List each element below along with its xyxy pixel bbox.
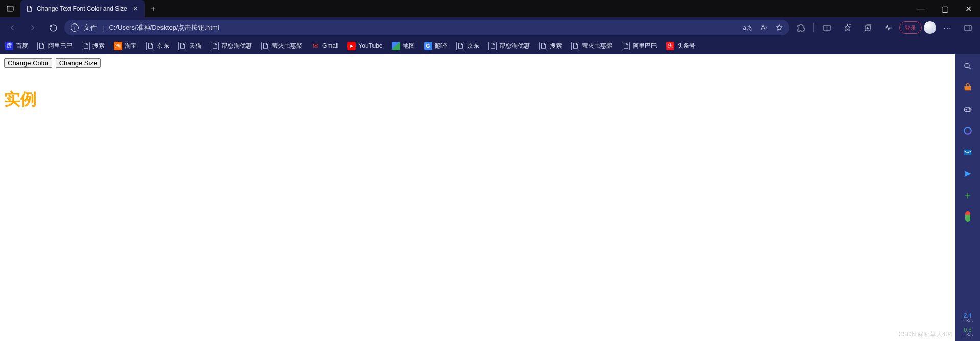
sidebar-outlook-icon[interactable]	[959, 143, 977, 161]
window-minimize-button[interactable]: —	[909, 0, 933, 17]
translate-icon: G	[424, 42, 432, 50]
nav-back-button[interactable]	[3, 19, 21, 36]
svg-line-12	[969, 67, 971, 69]
site-info-icon[interactable]: i	[71, 23, 79, 32]
doc-icon	[622, 42, 630, 50]
nav-refresh-button[interactable]	[44, 19, 62, 36]
svg-rect-9	[965, 25, 971, 30]
nav-forward-button[interactable]	[24, 19, 42, 36]
sidebar-shopping-icon[interactable]	[959, 79, 977, 97]
maps-icon	[392, 42, 400, 50]
change-size-button[interactable]: Change Size	[56, 58, 101, 68]
bookmark-item[interactable]: 帮您淘优惠	[211, 42, 252, 51]
login-label: 登录	[905, 24, 916, 32]
toutiao-icon: 头	[666, 42, 674, 50]
bookmark-item[interactable]: 阿里巴巴	[622, 42, 657, 51]
profile-avatar[interactable]	[924, 21, 936, 34]
window-close-button[interactable]: ✕	[956, 0, 980, 17]
bookmark-label: 搜索	[92, 42, 105, 51]
doc-icon	[456, 42, 464, 50]
bookmark-label: YouTube	[358, 42, 382, 50]
gmail-icon: ✉	[312, 42, 320, 50]
bookmark-item[interactable]: 京东	[146, 42, 169, 51]
tab-title: Change Text Font Color and Size	[37, 5, 127, 12]
bookmark-item[interactable]: 搜索	[82, 42, 105, 51]
bookmark-label: 萤火虫惠聚	[272, 42, 302, 51]
favorite-star-icon[interactable]	[775, 23, 783, 32]
sidebar-add-icon[interactable]: ＋	[959, 186, 977, 204]
doc-icon	[146, 42, 154, 50]
bookmark-item[interactable]: 地图	[392, 42, 415, 51]
bookmark-item[interactable]: G翻译	[424, 42, 447, 51]
favorites-button[interactable]	[838, 19, 856, 36]
bookmark-label: 淘宝	[125, 42, 137, 51]
sidebar-games-icon[interactable]	[959, 100, 977, 118]
more-menu-button[interactable]: ⋯	[938, 19, 956, 36]
bookmark-label: 阿里巴巴	[633, 42, 657, 51]
performance-button[interactable]	[879, 19, 897, 36]
bookmark-item[interactable]: 萤火虫惠聚	[261, 42, 302, 51]
svg-point-17	[970, 110, 971, 111]
address-bar[interactable]: i 文件 | C:/Users/准神/Desktop/点击按钮.html aあ	[64, 20, 789, 35]
bookmark-item[interactable]: 天猫	[178, 42, 201, 51]
collections-button[interactable]	[858, 19, 877, 36]
bookmark-label: 天猫	[189, 42, 201, 51]
bookmark-label: 搜索	[550, 42, 562, 51]
url-text: C:/Users/准神/Desktop/点击按钮.html	[109, 23, 738, 32]
doc-icon	[178, 42, 186, 50]
edge-sidebar: ＋ 2.4 ↑ K/s 0.3 ↓ K/s	[955, 54, 980, 341]
bookmark-item[interactable]: 阿里巴巴	[37, 42, 73, 51]
doc-icon	[539, 42, 547, 50]
login-button[interactable]: 登录	[899, 21, 922, 34]
sidebar-copilot-icon[interactable]	[959, 121, 977, 140]
watermark-text: CSDN @稻草人404	[898, 330, 952, 339]
bookmark-label: Gmail	[322, 42, 338, 50]
sidebar-search-icon[interactable]	[959, 57, 977, 76]
read-aloud-icon[interactable]	[760, 23, 768, 32]
tab-close-button[interactable]: ✕	[131, 5, 139, 13]
bookmark-item[interactable]: 度百度	[5, 42, 28, 51]
bookmark-label: 萤火虫惠聚	[582, 42, 613, 51]
titlebar: Change Text Font Color and Size ✕ ＋ — ▢ …	[0, 0, 980, 17]
svg-rect-0	[7, 6, 13, 11]
sidebar-toggle-button[interactable]	[959, 19, 977, 36]
youtube-icon: ▶	[347, 42, 356, 50]
bookmark-item[interactable]: ✉Gmail	[312, 42, 338, 50]
sidebar-pill-icon[interactable]	[959, 207, 977, 226]
bookmark-label: 帮您淘优惠	[221, 42, 252, 51]
change-color-button[interactable]: Change Color	[4, 58, 52, 68]
bookmark-item[interactable]: 萤火虫惠聚	[571, 42, 613, 51]
doc-icon	[82, 42, 90, 50]
browser-tab[interactable]: Change Text Font Color and Size ✕	[20, 0, 145, 17]
bookmark-item[interactable]: 淘淘宝	[114, 42, 137, 51]
bookmark-item[interactable]: ▶YouTube	[347, 42, 382, 50]
immersive-reader-icon[interactable]: aあ	[743, 23, 753, 32]
bookmark-label: 地图	[403, 42, 415, 51]
bookmark-item[interactable]: 帮您淘优惠	[488, 42, 530, 51]
doc-icon	[488, 42, 497, 50]
bookmark-item[interactable]: 搜索	[539, 42, 562, 51]
bookmark-item[interactable]: 京东	[456, 42, 479, 51]
bookmark-label: 头条号	[677, 42, 695, 51]
sidebar-send-icon[interactable]	[959, 164, 977, 183]
baidu-icon: 度	[5, 42, 13, 50]
toolbar-separator	[813, 23, 814, 32]
tab-actions-button[interactable]	[0, 0, 20, 17]
new-tab-button[interactable]: ＋	[145, 0, 162, 17]
sidebar-upload-stat: 2.4 ↑ K/s	[963, 312, 973, 324]
url-scheme-label: 文件	[84, 23, 97, 32]
doc-icon	[571, 42, 579, 50]
doc-icon	[37, 42, 45, 50]
bookmark-item[interactable]: 头头条号	[666, 42, 695, 51]
url-divider: |	[102, 24, 104, 32]
doc-icon	[261, 42, 269, 50]
bookmark-label: 京东	[157, 42, 169, 51]
window-maximize-button[interactable]: ▢	[933, 0, 956, 17]
svg-point-11	[965, 63, 969, 68]
page-heading: 实例	[4, 88, 951, 111]
bookmark-label: 帮您淘优惠	[499, 42, 530, 51]
svg-rect-20	[964, 150, 972, 155]
file-icon	[26, 5, 33, 12]
split-screen-button[interactable]	[818, 19, 836, 36]
extensions-button[interactable]	[791, 19, 810, 36]
